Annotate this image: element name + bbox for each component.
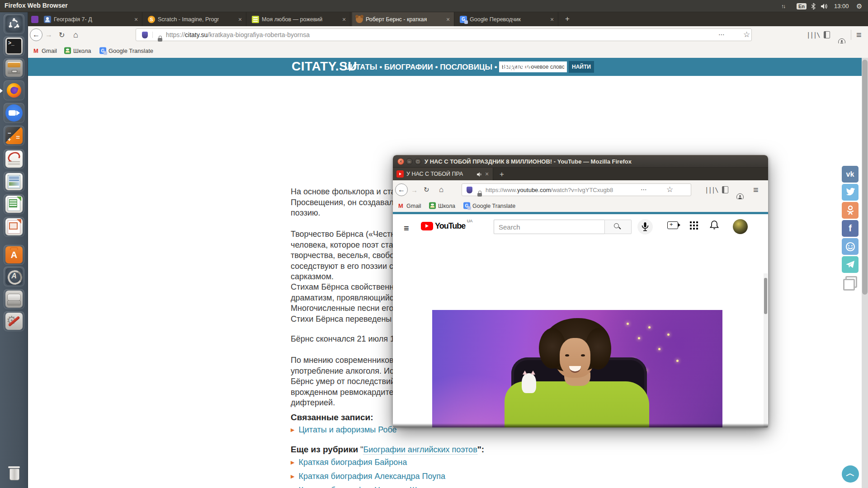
youtube-mic-button[interactable]: [637, 219, 653, 235]
account-avatar[interactable]: [733, 219, 748, 234]
url-text[interactable]: https://www.youtube.com/watch?v=IvgYTCxu…: [486, 187, 613, 193]
twitter-icon[interactable]: [842, 184, 859, 201]
odnoklassniki-icon[interactable]: [842, 202, 859, 219]
tab-close-icon[interactable]: ×: [236, 16, 244, 23]
bookmark-google-translate[interactable]: GGoogle Translate: [463, 202, 515, 209]
library-icon[interactable]: |||\: [807, 31, 820, 38]
dock-calculator-icon[interactable]: −+=: [4, 126, 24, 145]
tab-close-icon[interactable]: ×: [444, 16, 452, 23]
youtube-logo[interactable]: YouTube UA: [421, 221, 465, 231]
library-icon[interactable]: |||\: [705, 186, 718, 193]
bookmark-star-icon[interactable]: ☆: [743, 30, 750, 39]
bookmark-google-translate[interactable]: GGoogle Translate: [99, 47, 153, 54]
clock[interactable]: 13:00: [834, 0, 849, 12]
dock-terminal-icon[interactable]: >_: [4, 36, 24, 56]
facebook-icon[interactable]: f: [842, 220, 859, 237]
dock-ubuntu-software-icon[interactable]: A: [4, 245, 24, 265]
page-actions-icon[interactable]: ⋯: [641, 186, 647, 193]
scroll-to-top-button[interactable]: ︿: [842, 465, 859, 483]
window-maximize-button[interactable]: ▢: [415, 158, 421, 165]
tab-close-icon[interactable]: ×: [548, 16, 556, 23]
dock-app-a-ring-icon[interactable]: A: [4, 267, 24, 286]
reload-button[interactable]: ↻: [59, 31, 65, 39]
tab-robert-burns[interactable]: Роберт Бернс - краткая ×: [352, 12, 454, 26]
menu-icon[interactable]: ≡: [753, 185, 759, 195]
back-button[interactable]: ←: [395, 183, 408, 196]
dock-ubuntu-dash-icon[interactable]: [4, 14, 24, 34]
mailru-agent-icon[interactable]: [842, 238, 859, 255]
url-text[interactable]: https://citaty.su/kratkaya-biografiya-ro…: [166, 31, 310, 38]
window-minimize-button[interactable]: –: [406, 158, 413, 165]
youtube-search-button[interactable]: [604, 220, 632, 234]
bookmark-star-icon[interactable]: ☆: [666, 185, 673, 194]
bookmark-gmail[interactable]: MGmail: [33, 47, 57, 54]
reload-button[interactable]: ↻: [424, 186, 429, 194]
dock-disks-icon[interactable]: [4, 289, 24, 309]
tab-scratch[interactable]: S Scratch - Imagine, Progr ×: [144, 12, 246, 26]
keyboard-layout-indicator[interactable]: En: [797, 0, 807, 12]
dock-libreoffice-writer-icon[interactable]: [4, 172, 24, 192]
video-player[interactable]: [432, 310, 722, 427]
bluetooth-icon[interactable]: [811, 0, 816, 12]
new-tab-button[interactable]: +: [561, 12, 573, 26]
dock-firefox-icon[interactable]: [4, 80, 24, 100]
sidebar-icon[interactable]: [722, 186, 728, 193]
home-button[interactable]: ⌂: [73, 30, 78, 40]
window-titlebar[interactable]: × – ▢ У НАС С ТОБОЙ ПРАЗДНИК 8 МИЛЛИОНОВ…: [393, 155, 768, 168]
youtube-scrollbar[interactable]: [764, 273, 768, 427]
tab-audio-icon[interactable]: [477, 171, 483, 179]
youtube-guide-icon[interactable]: ≡: [404, 223, 409, 234]
site-search-button[interactable]: НАЙТИ: [569, 61, 594, 73]
tab-book[interactable]: Моя любов — рожевий ×: [248, 12, 350, 26]
url-bar[interactable]: https://www.youtube.com/watch?v=IvgYTCxu…: [462, 183, 691, 196]
volume-icon[interactable]: [821, 0, 829, 12]
dock-libreoffice-impress-icon[interactable]: [4, 217, 24, 237]
tab-geography[interactable]: Географія 7- Д ×: [40, 12, 142, 26]
bookmark-school[interactable]: Школа: [429, 202, 455, 209]
bookmark-school[interactable]: Школа: [64, 47, 91, 54]
scrollbar-thumb[interactable]: [862, 60, 868, 295]
apps-grid-icon[interactable]: [690, 221, 692, 223]
telegram-icon[interactable]: [842, 256, 859, 273]
youtube-search-input[interactable]: [494, 220, 604, 234]
network-arrows-icon[interactable]: ↑↓: [781, 0, 785, 12]
vk-icon[interactable]: vk: [842, 166, 859, 183]
tab-google-translate[interactable]: G Google Переводчик ×: [456, 12, 558, 26]
tab-close-icon[interactable]: ×: [483, 170, 491, 178]
create-video-icon[interactable]: [667, 221, 678, 229]
home-button[interactable]: ⌂: [439, 185, 443, 194]
copy-icon[interactable]: [842, 274, 859, 291]
page-scrollbar[interactable]: [862, 58, 868, 488]
notifications-bell-icon[interactable]: [709, 220, 719, 232]
related-link[interactable]: Цитаты и афоризмы Робе: [298, 425, 396, 434]
back-button[interactable]: ←: [30, 28, 42, 41]
forward-button[interactable]: →: [45, 31, 52, 39]
bookmark-gmail[interactable]: MGmail: [397, 202, 421, 209]
session-gear-icon[interactable]: ⚙: [856, 0, 862, 12]
dock-libreoffice-calc-icon[interactable]: [4, 194, 24, 214]
dock-system-tools-icon[interactable]: ⚙: [4, 311, 24, 331]
page-actions-icon[interactable]: ⋯: [718, 31, 725, 38]
menu-icon[interactable]: ≡: [856, 30, 862, 40]
more-link-shakespeare[interactable]: Краткая биография Уильяма Шекспира: [298, 486, 447, 488]
rubric-link[interactable]: Биографии английских поэтов: [363, 445, 477, 455]
tab-youtube-video[interactable]: У НАС С ТОБОЙ ПРА ×: [393, 168, 493, 180]
more-link-pope[interactable]: Краткая биография Александра Поупа: [298, 472, 445, 481]
tracking-shield-icon[interactable]: [467, 187, 472, 193]
dock-document-viewer-icon[interactable]: [4, 149, 24, 169]
tracking-shield-icon[interactable]: [142, 32, 148, 38]
new-tab-button[interactable]: +: [496, 168, 508, 180]
site-nav[interactable]: ЦИТАТЫ • БИОГРАФИИ • ПОСЛОВИЦЫ • ПРИТЧИ: [344, 63, 531, 72]
forward-button[interactable]: →: [411, 186, 418, 194]
tab-close-icon[interactable]: ×: [340, 16, 348, 23]
url-bar[interactable]: https://citaty.su/kratkaya-biografiya-ro…: [136, 28, 752, 41]
more-link-byron[interactable]: Краткая биография Байрона: [298, 458, 407, 467]
tab-close-icon[interactable]: ×: [132, 16, 140, 23]
pinned-tab[interactable]: [31, 16, 38, 23]
site-logo[interactable]: CITATY.SU: [292, 59, 357, 74]
sidebar-icon[interactable]: [824, 31, 830, 38]
window-close-button[interactable]: ×: [397, 158, 404, 165]
dock-trash-icon[interactable]: [4, 463, 24, 483]
dock-archive-manager-icon[interactable]: [4, 58, 24, 78]
dock-zoom-icon[interactable]: [4, 103, 24, 123]
